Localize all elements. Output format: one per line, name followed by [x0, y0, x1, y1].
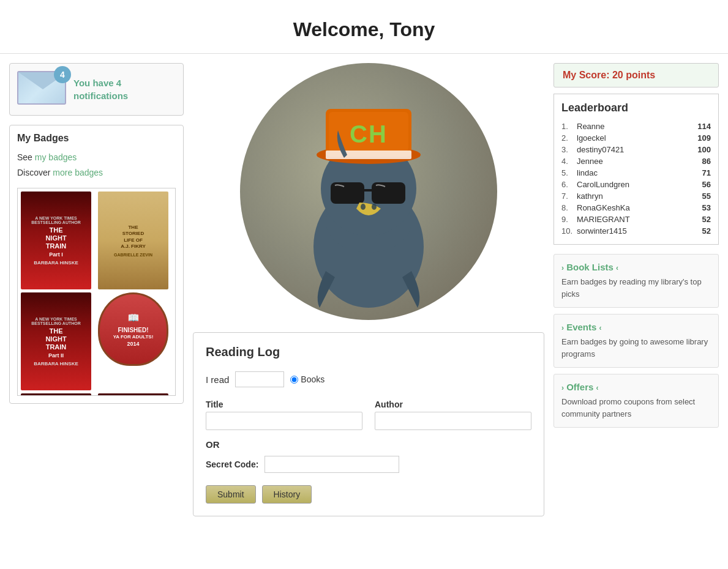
name: destiny07421 [577, 145, 697, 154]
score: 52 [702, 226, 711, 236]
rank: 9. [561, 215, 577, 224]
leaderboard-row: 9. MARIEGRANT 52 [561, 214, 711, 225]
my-badges-section: My Badges See my badges Discover more ba… [9, 125, 184, 404]
title-input[interactable] [206, 412, 362, 430]
leaderboard-box: Leaderboard 1. Reanne 114 2. lgoeckel 10… [554, 94, 719, 245]
feature-description: Earn badges by reading my library's top … [561, 276, 711, 300]
rank: 8. [561, 203, 577, 212]
rank: 4. [561, 157, 577, 166]
envelope-icon: 4 [17, 71, 66, 108]
score: 114 [697, 122, 711, 131]
chevron-right-icon: › [561, 264, 564, 272]
i-read-label: I read [206, 374, 229, 385]
name: RonaGKeshKa [577, 203, 702, 212]
leaderboard-rows: 1. Reanne 114 2. lgoeckel 109 3. destiny… [561, 121, 711, 237]
center-content: CH Reading Log I read Books Title [193, 63, 544, 516]
notifications-box[interactable]: 4 You have 4 notifications [9, 63, 184, 116]
chevron-right-icon: › [561, 384, 564, 392]
feature-title: › Offers ‹ [561, 382, 711, 392]
leaderboard-row: 3. destiny07421 100 [561, 144, 711, 155]
leaderboard-row: 10. sorwinter1415 52 [561, 225, 711, 237]
feature-title: › Book Lists ‹ [561, 262, 711, 272]
name: lgoeckel [577, 133, 697, 143]
feature-title: › Events ‹ [561, 322, 711, 332]
badges-scroll-area[interactable]: A NEW YORK TIMES BESTSELLING AUTHOR THEN… [17, 188, 176, 396]
page-title: Welcome, Tony [0, 0, 728, 54]
score-box: My Score: 20 points [554, 63, 719, 87]
name: lindac [577, 168, 702, 177]
rank: 6. [561, 180, 577, 189]
feature-description: Earn badges by going to awesome library … [561, 336, 711, 360]
chevron-left-icon: ‹ [616, 264, 618, 272]
radio-books[interactable]: Books [290, 374, 325, 384]
author-input[interactable] [375, 412, 531, 430]
title-group: Title [206, 400, 362, 430]
chevron-left-icon: ‹ [596, 384, 599, 392]
leaderboard-title: Leaderboard [561, 102, 711, 114]
list-item: A NEW YORK TIMES BESTSELLING AUTHOR THEN… [98, 393, 168, 396]
svg-rect-12 [326, 151, 411, 159]
leaderboard-row: 6. CarolLundgren 56 [561, 179, 711, 190]
list-item: A NEW YORK TIMES BESTSELLING AUTHOR THEN… [21, 292, 91, 390]
score: 100 [697, 145, 711, 154]
rank: 3. [561, 145, 577, 154]
left-sidebar: 4 You have 4 notifications My Badges See… [9, 63, 184, 516]
feature-book-lists[interactable]: › Book Lists ‹ Earn badges by reading my… [554, 254, 719, 308]
name: kathryn [577, 192, 702, 201]
leaderboard-row: 4. Jennee 86 [561, 155, 711, 167]
my-badges-link[interactable]: my badges [35, 152, 77, 162]
books-radio[interactable] [290, 376, 298, 384]
list-item: A NEW YORK TIMES BESTSELLING AUTHOR THEN… [21, 192, 91, 289]
title-label: Title [206, 400, 362, 409]
avatar: CH [240, 63, 497, 320]
title-author-row: Title Author [206, 400, 531, 430]
more-badges-link[interactable]: more badges [53, 168, 103, 177]
reading-log-box: Reading Log I read Books Title Author [193, 332, 544, 516]
rank: 1. [561, 122, 577, 131]
reading-log-title: Reading Log [206, 345, 531, 359]
author-label: Author [375, 400, 531, 409]
leaderboard-row: 1. Reanne 114 [561, 121, 711, 132]
books-radio-label: Books [301, 374, 325, 384]
history-button[interactable]: History [262, 485, 312, 504]
badges-links: See my badges Discover more badges [17, 150, 176, 180]
score: 53 [702, 203, 711, 212]
submit-button[interactable]: Submit [206, 485, 256, 504]
name: MARIEGRANT [577, 215, 702, 224]
author-group: Author [375, 400, 531, 430]
secret-code-row: Secret Code: [206, 456, 531, 473]
leaderboard-row: 7. kathryn 55 [561, 190, 711, 202]
chevron-right-icon: › [561, 324, 564, 332]
rank: 10. [561, 226, 577, 236]
secret-code-input[interactable] [265, 456, 399, 473]
score: 55 [702, 192, 711, 201]
score: 71 [702, 168, 711, 177]
rank: 5. [561, 168, 577, 177]
svg-point-6 [361, 204, 366, 210]
rank: 2. [561, 133, 577, 143]
notifications-text: You have 4 notifications [73, 76, 128, 102]
score: 52 [702, 215, 711, 224]
leaderboard-row: 2. lgoeckel 109 [561, 132, 711, 144]
secret-code-label: Secret Code: [206, 459, 258, 469]
list-item: A NEW YORK TIMES BESTSELLING AUTHOR THEN… [21, 393, 91, 396]
list-item: THESTORIEDLIFE OFA.J. FIKRY GABRIELLE ZE… [98, 192, 168, 289]
rank: 7. [561, 192, 577, 201]
or-divider: OR [206, 439, 531, 450]
finished-badge: 📖 FINISHED! YA FOR ADULTS! 2014 [98, 292, 168, 366]
i-read-input[interactable] [235, 371, 284, 387]
name: Reanne [577, 122, 697, 131]
feature-events[interactable]: › Events ‹ Earn badges by going to aweso… [554, 314, 719, 368]
chevron-left-icon: ‹ [599, 324, 602, 332]
feature-description: Download promo coupons from select commu… [561, 396, 711, 420]
feature-boxes: › Book Lists ‹ Earn badges by reading my… [554, 254, 719, 428]
leaderboard-row: 8. RonaGKeshKa 53 [561, 202, 711, 214]
name: CarolLundgren [577, 180, 702, 189]
score: 56 [702, 180, 711, 189]
svg-point-7 [372, 204, 377, 210]
form-buttons: Submit History [206, 485, 531, 504]
my-badges-title: My Badges [17, 133, 176, 144]
score: 109 [697, 133, 711, 143]
score: 86 [702, 157, 711, 166]
feature-offers[interactable]: › Offers ‹ Download promo coupons from s… [554, 374, 719, 428]
